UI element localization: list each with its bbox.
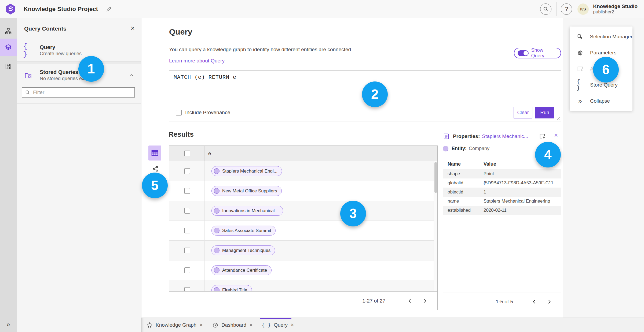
collapse-stored-queries-button[interactable] <box>129 72 135 78</box>
table-row: Innovations in Mechanical... <box>169 201 437 221</box>
show-query-toggle[interactable]: Show Query <box>514 48 561 58</box>
add-to-map-icon <box>539 133 546 139</box>
clear-button[interactable]: Clear <box>514 107 532 118</box>
user-role: publisher2 <box>593 9 638 15</box>
left-icon-rail: » <box>0 18 17 332</box>
learn-more-link[interactable]: Learn more about Query <box>169 58 225 64</box>
expand-rail-button[interactable]: » <box>0 321 17 328</box>
avatar[interactable]: KS <box>577 3 589 15</box>
resize-handle-icon[interactable] <box>557 117 560 120</box>
row-checkbox[interactable] <box>184 168 190 174</box>
annotation-badge-1: 1 <box>78 56 104 82</box>
close-panel-button[interactable]: × <box>131 25 135 32</box>
filter-input[interactable] <box>33 89 132 95</box>
toggle-switch <box>518 50 529 56</box>
properties-entity-link[interactable]: Staplers Mechanic... <box>482 133 528 139</box>
chevron-left-icon <box>407 298 413 304</box>
bottom-tab-bar: Knowledge Graph × Dashboard × { } Query … <box>141 318 644 332</box>
link-chart-view-button[interactable] <box>152 165 159 173</box>
scrollbar-thumb[interactable] <box>434 162 437 193</box>
knowledge-graph-icon <box>147 322 153 328</box>
entity-pill[interactable]: Firebird Title <box>211 285 252 291</box>
filter-field <box>22 87 135 98</box>
entity-pill[interactable]: Innovations in Mechanical... <box>211 206 283 216</box>
rail-contents-button[interactable] <box>0 39 17 56</box>
chevron-right-icon <box>422 298 428 304</box>
entity-dot-icon <box>443 146 448 151</box>
edit-title-button[interactable] <box>105 5 113 13</box>
stored-queries-folder-icon <box>24 71 32 79</box>
add-to-map-button[interactable] <box>539 133 546 139</box>
annotation-badge-3: 3 <box>340 201 366 226</box>
panel-separator <box>17 62 141 64</box>
collapse-icon: » <box>578 98 582 104</box>
entity-pill[interactable]: Managment Techniques <box>211 245 275 255</box>
entity-pill[interactable]: New Metal Office Suppliers <box>211 186 282 196</box>
results-prev-page-button[interactable] <box>405 296 414 305</box>
select-all-checkbox[interactable] <box>184 151 190 156</box>
table-view-button[interactable] <box>148 146 161 161</box>
results-next-page-button[interactable] <box>420 296 429 305</box>
annotation-badge-6: 6 <box>593 57 619 83</box>
rail-save-button[interactable] <box>0 59 17 74</box>
entity-pill[interactable]: Sales Associate Summit <box>211 226 276 236</box>
include-provenance-label: Include Provenance <box>185 110 230 115</box>
toggle-knob <box>524 51 528 55</box>
properties-pagination-divider <box>443 293 561 293</box>
results-page-range: 1-27 of 27 <box>362 298 385 304</box>
properties-prev-page-button[interactable] <box>530 297 539 306</box>
menu-item-selection-manager[interactable]: Selection Manager <box>570 29 632 45</box>
properties-next-page-button[interactable] <box>545 297 554 306</box>
project-title: Knowledge Studio Project <box>24 6 98 13</box>
selection-manager-icon <box>577 33 583 40</box>
help-button[interactable]: ? <box>561 3 572 15</box>
annotation-badge-5: 5 <box>142 173 168 198</box>
knowledge-studio-logo-icon <box>5 3 16 15</box>
row-checkbox[interactable] <box>184 287 190 291</box>
main-content: Query You can query a knowledge graph to… <box>141 18 563 318</box>
row-checkbox[interactable] <box>184 267 190 273</box>
entity-pill[interactable]: Attendance Certificate <box>211 265 272 275</box>
table-row: Managment Techniques <box>169 241 437 260</box>
query-item[interactable]: { } Query Create new queries <box>17 39 141 62</box>
annotation-badge-4: 4 <box>535 142 561 167</box>
search-button[interactable] <box>540 3 551 15</box>
properties-doc-icon <box>443 133 450 140</box>
row-checkbox[interactable] <box>184 248 190 253</box>
table-row: Sales Associate Summit <box>169 221 437 241</box>
query-editor-footer: Include Provenance Clear Run <box>169 104 561 121</box>
tab-knowledge-graph[interactable]: Knowledge Graph × <box>147 318 203 332</box>
table-row: New Metal Office Suppliers <box>169 181 437 201</box>
run-button[interactable]: Run <box>535 107 554 118</box>
entity-label: Entity: <box>452 146 467 151</box>
column-header-e: e <box>208 151 211 156</box>
filter-search-icon <box>25 90 30 95</box>
close-tab-icon[interactable]: × <box>291 322 294 328</box>
query-description: You can query a knowledge graph to ident… <box>169 47 352 53</box>
user-block[interactable]: Knowledge Studio publisher2 <box>593 3 638 14</box>
menu-item-collapse[interactable]: » Collapse <box>570 93 632 109</box>
tab-query[interactable]: { } Query × <box>262 318 294 332</box>
property-row: shape Point <box>443 169 561 178</box>
row-checkbox[interactable] <box>184 188 190 194</box>
schema-icon <box>5 28 12 35</box>
entity-dot-icon <box>214 168 219 174</box>
property-row: name Staplers Mechanical Engineering <box>443 197 561 206</box>
rail-schema-button[interactable] <box>0 24 17 39</box>
results-pagination: 1-27 of 27 <box>169 291 438 310</box>
close-tab-icon[interactable]: × <box>199 322 203 328</box>
close-tab-icon[interactable]: × <box>249 322 253 328</box>
entity-type: Company <box>469 146 489 151</box>
knowledge-studio-app: Knowledge Studio Project ? KS Knowledge … <box>0 0 644 332</box>
row-checkbox[interactable] <box>184 208 190 214</box>
include-provenance-checkbox[interactable] <box>176 110 182 115</box>
tab-dashboard[interactable]: Dashboard × <box>212 318 253 332</box>
table-row: Staplers Mechanical Engi... <box>169 161 437 181</box>
properties-page-range: 1-5 of 5 <box>496 299 513 305</box>
link-chart-icon <box>152 165 159 173</box>
close-properties-button[interactable]: × <box>554 132 558 139</box>
properties-pagination: 1-5 of 5 <box>443 296 561 308</box>
braces-icon: { } <box>577 79 584 91</box>
row-checkbox[interactable] <box>184 228 190 233</box>
entity-pill[interactable]: Staplers Mechanical Engi... <box>211 166 282 176</box>
